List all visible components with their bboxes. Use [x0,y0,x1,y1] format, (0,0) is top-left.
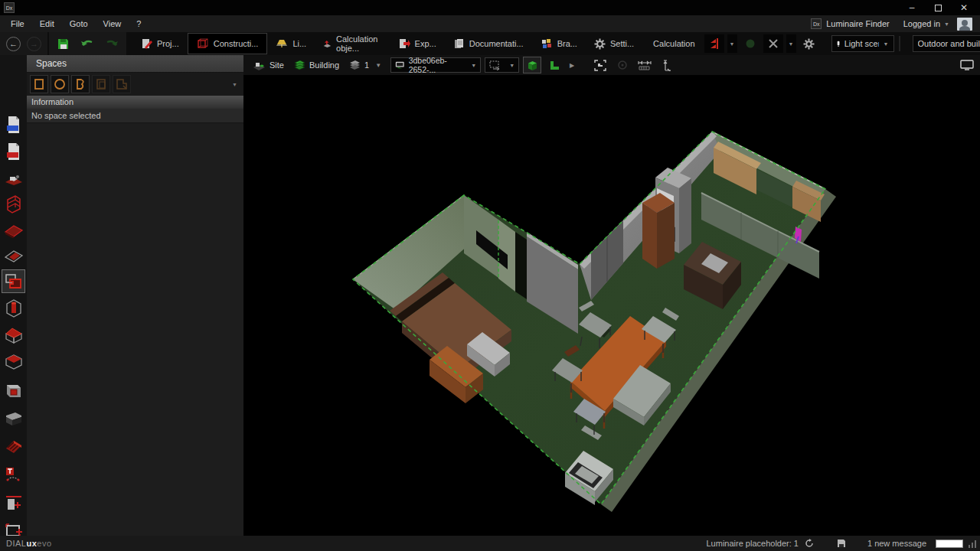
information-header: Information [27,96,243,109]
tab-project[interactable]: Proj... [132,32,188,55]
site-tool[interactable] [2,166,24,188]
view-plan-button[interactable] [545,57,564,73]
tall-cabinet-3d[interactable] [642,193,675,269]
draw-polygon-space-button[interactable] [71,75,90,93]
tab-calculation-objects[interactable]: Calculation obje... [315,32,390,55]
menu-file[interactable]: File [3,15,32,32]
menu-edit[interactable]: Edit [32,15,62,32]
calculation-icon [708,37,720,50]
orbit-icon [617,60,628,70]
settings-icon [594,38,606,50]
chevron-down-icon[interactable]: ▼ [232,82,237,87]
save-status-icon [837,539,846,548]
floor-plan-icon [549,60,560,71]
chevron-down-icon: ▼ [373,62,384,69]
cancel-dropdown[interactable]: ▼ [786,34,796,53]
redo-icon[interactable] [105,38,119,49]
chevron-down-icon: ▼ [509,63,514,68]
door-tool[interactable] [2,491,24,514]
tab-brands[interactable]: Bra... [532,32,586,55]
window-box-tool[interactable] [2,379,24,401]
edit-space-button[interactable] [92,75,110,93]
ifc-file-tool[interactable] [2,140,24,162]
light-scene-select[interactable]: Light scene 1 ▼ [831,35,894,52]
site-icon [253,60,266,70]
zoom-fit-icon [594,60,606,71]
menu-goto[interactable]: Goto [62,15,96,32]
tab-export[interactable]: Exp... [390,32,445,55]
display-settings-icon[interactable] [960,60,974,70]
user-avatar[interactable] [957,18,972,31]
view-options-select[interactable]: ▼ [485,57,519,73]
viewport: Site Building 1 ▼ 3dbe06eb-2652-... ▼ ▼ … [243,55,980,536]
undo-icon[interactable] [80,38,94,49]
roof-covering-tool[interactable] [2,435,24,458]
ceiling-tool[interactable] [2,350,24,373]
building-icon [294,60,305,70]
refresh-icon[interactable] [805,539,814,548]
roof-tool[interactable] [2,324,24,346]
display-mode-select[interactable]: Outdoor and building pla... ▼ [913,35,980,52]
opening-tool[interactable] [2,407,24,429]
construction-tools-sidebar [0,55,27,536]
back-button[interactable]: ← [6,37,21,51]
building-tool[interactable] [2,193,24,215]
cancel-calculation-button[interactable] [763,34,783,53]
close-button[interactable]: ✕ [951,0,977,15]
building-view-button[interactable]: Building [291,60,342,70]
menu-view[interactable]: View [96,15,129,32]
draw-circle-space-button[interactable] [51,75,69,93]
forward-button[interactable]: → [27,37,41,51]
calculation-dropdown[interactable]: ▼ [727,34,737,53]
viewport-toolbar: Site Building 1 ▼ 3dbe06eb-2652-... ▼ ▼ … [243,55,980,75]
chevron-down-icon: ▼ [471,63,476,68]
measure-horizontal-button[interactable] [635,57,654,73]
luminaire-finder-button[interactable]: Dx Luminaire Finder [811,18,890,29]
dwg-file-tool[interactable] [2,113,24,135]
menu-help[interactable]: ? [129,15,149,32]
title-bar: Dx – ✕ [0,0,980,15]
tab-documentation[interactable]: Documentati... [445,32,532,55]
measure-vertical-button[interactable] [658,57,676,73]
text-annotation-tool[interactable] [2,463,24,485]
selection-frame-icon [489,60,501,70]
delete-space-button[interactable] [113,75,131,93]
calculation-settings-button[interactable] [799,34,819,53]
calculation-start-button[interactable] [704,34,724,53]
save-icon[interactable] [57,37,70,51]
storey-tool[interactable] [2,219,24,241]
maximize-button[interactable] [925,0,951,15]
tab-light[interactable]: Li... [267,32,315,55]
tab-construction[interactable]: Constructi... [188,33,268,54]
gear-icon [803,38,815,50]
minimize-button[interactable]: – [899,0,925,15]
menu-bar: File Edit Goto View ? Dx Luminaire Finde… [0,15,980,32]
light-scene-extra-button[interactable] [899,36,900,51]
chevron-down-icon: ▼ [884,41,889,47]
chevron-down-icon: ▼ [944,21,949,27]
site-view-button[interactable]: Site [250,60,287,70]
space-select[interactable]: 3dbe06eb-2652-... ▼ [390,57,481,73]
chevron-right-icon[interactable]: ▶ [567,62,577,69]
new-message-status[interactable]: 1 new message [867,539,926,548]
storey-select[interactable]: 1 ▼ [346,60,387,70]
light-scene-icon [837,40,840,48]
signal-icon [968,540,977,548]
luminaire-placeholder-status: Luminaire placeholder: 1 [706,539,798,548]
draw-rectangle-space-button[interactable] [30,75,48,93]
floor-slab-tool[interactable] [2,245,24,267]
logged-in-menu[interactable]: Logged in ▼ [903,19,949,28]
calculation-label: Calculation [653,39,694,48]
tab-settings[interactable]: Setti... [586,32,642,55]
view-3d-button[interactable] [523,57,541,73]
calculation-ok-indicator [740,34,760,53]
status-bar: DIALuxevo Luminaire placeholder: 1 1 new… [0,536,980,551]
project-icon [141,38,152,50]
rotate-view-button[interactable] [613,57,632,73]
space-selection-status: No space selected [27,109,243,123]
column-tool[interactable] [2,297,24,319]
app-icon: Dx [4,2,15,13]
zoom-to-fit-button[interactable] [591,57,609,73]
space-tool[interactable] [2,270,24,292]
scene-3d-canvas[interactable] [243,75,980,536]
